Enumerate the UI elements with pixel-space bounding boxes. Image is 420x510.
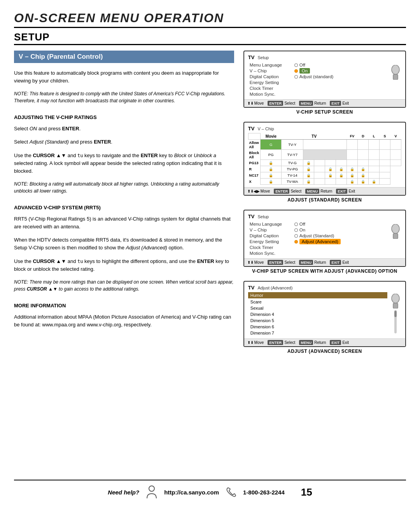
more-info-p1: Additional information about MPAA (Motio…: [14, 313, 234, 329]
adv-item-dim7: Dimension 7: [248, 330, 387, 336]
note1: NOTE: This feature is designed to comply…: [14, 90, 234, 104]
footer-select-2: Select: [290, 189, 301, 193]
footer-enter-btn-2: ENTER: [274, 189, 289, 194]
footer-move-4: Move: [254, 340, 264, 345]
adjust-standard-caption: ADJUST (STANDARD) SCREEN: [243, 197, 406, 203]
svg-rect-3: [393, 233, 398, 239]
vchip-advanced-panel: TV Setup Menu Language Off: [243, 210, 406, 267]
svg-point-2: [392, 224, 399, 233]
vchip-advanced-caption: V-CHIP SETUP SCREEN WITH ADJUST (ADVANCE…: [243, 268, 406, 274]
footer-exit-label-1: Exit: [342, 101, 349, 105]
note3: NOTE: There may be more ratings than can…: [14, 279, 234, 293]
setup-icon-3: [390, 224, 401, 239]
tv-brand-4: TV: [248, 285, 255, 291]
footer-arrow-1: ⬆⬇: [247, 101, 254, 105]
footer-exit-label-2: Exit: [348, 189, 355, 193]
body-intro: Use this feature to automatically block …: [14, 69, 234, 85]
phone-number: 1-800-263-2244: [243, 489, 285, 496]
tv-screen-label-3: Setup: [257, 214, 269, 219]
vchip-setup-panel: TV Setup Menu Language Off: [243, 51, 406, 108]
website-url: http://ca.sanyo.com: [164, 489, 219, 496]
tv-screen-label-1: Setup: [257, 55, 269, 60]
footer-exit-btn-1: EXIT: [330, 101, 341, 106]
footer-exit-label-3: Exit: [342, 260, 349, 265]
footer-menu-btn-1: MENU: [299, 101, 313, 106]
tv-brand-1: TV: [248, 54, 255, 60]
footer-exit-label-4: Exit: [342, 340, 349, 345]
advanced-p3: Use the CURSOR ▲▼ and tu keys to highlig…: [14, 258, 234, 273]
footer-select-4: Select: [284, 340, 295, 345]
adjust-advanced-panel: TV Adjust (Advanced) Humor Scare Sexual …: [243, 281, 406, 347]
adjust-advanced-caption: ADJUST (ADVANCED) SCREEN: [243, 349, 406, 354]
svg-point-0: [392, 65, 399, 74]
person-icon: [146, 485, 157, 499]
page-number: 15: [301, 486, 312, 498]
adjust-standard-panel: TV V – Chip Movie TV FV: [243, 122, 406, 196]
footer-arrow-3: ⬆⬇: [247, 260, 254, 265]
svg-point-4: [392, 294, 399, 303]
footer-return-2: Return: [320, 189, 332, 193]
advanced-p2: When the HDTV detects compatible RRT5 da…: [14, 236, 234, 252]
adjusting-p1: Select ON and press ENTER.: [14, 125, 234, 133]
adv-item-scare: Scare: [248, 299, 387, 305]
footer-select-3: Select: [284, 260, 295, 265]
svg-point-6: [149, 486, 154, 491]
adjusting-p3: Use the CURSOR ▲▼ and tu keys to navigat…: [14, 152, 234, 175]
chip-heading: V – Chip (Parental Control): [14, 51, 234, 63]
footer-move-3: Move: [254, 260, 264, 265]
tv-screen-label-2: V – Chip: [257, 126, 274, 131]
svg-rect-5: [393, 303, 398, 308]
footer-menu-btn-3: MENU: [299, 260, 313, 265]
tv-screen-label-4: Adjust (Advanced): [257, 286, 292, 290]
adv-item-dim5: Dimension 5: [248, 317, 387, 324]
footer-return-1: Return: [314, 101, 326, 105]
section-title: SETUP: [14, 31, 406, 45]
need-help-label: Need help?: [108, 489, 139, 496]
adjusting-heading: ADJUSTING THE V-CHIP RATINGS: [14, 114, 234, 120]
footer-arrow-2: ⬆⬇◀▶: [247, 189, 260, 193]
footer-menu-btn-2: MENU: [305, 189, 319, 194]
footer-enter-btn-4: ENTER: [268, 340, 283, 345]
footer-select-1: Select: [284, 101, 295, 105]
phone-icon: [226, 487, 236, 497]
footer-arrow-4: ⬆⬇: [247, 340, 254, 345]
adv-item-humor: Humor: [248, 292, 387, 298]
footer-menu-btn-4: MENU: [299, 340, 313, 345]
adv-item-dim6: Dimension 6: [248, 324, 387, 330]
footer-exit-btn-3: EXIT: [330, 260, 341, 265]
footer-move-1: Move: [254, 101, 264, 105]
footer-move-2: Move: [261, 189, 270, 193]
main-title: ON-SCREEN MENU OPERATION: [14, 11, 406, 28]
adv-item-sexual: Sexual: [248, 305, 387, 311]
tv-brand-3: TV: [248, 214, 255, 219]
note2: NOTE: Blocking a rating will automatical…: [14, 181, 234, 195]
more-info-heading: MORE INFORMATION: [14, 303, 234, 308]
footer-return-3: Return: [314, 260, 326, 265]
footer-return-4: Return: [314, 340, 326, 345]
footer-enter-btn-3: ENTER: [268, 260, 283, 265]
tv-brand-2: TV: [248, 126, 255, 131]
setup-icon-1: [390, 65, 401, 80]
adjusting-p2: Select Adjust (Standard) and press ENTER…: [14, 138, 234, 146]
adv-item-dim4: Dimension 4: [248, 311, 387, 317]
advanced-heading: ADVANCED V-CHIP SYSTEM (RRT5): [14, 205, 234, 210]
setup-icon-4: [390, 294, 401, 308]
vchip-setup-caption: V-CHIP SETUP SCREEN: [243, 109, 406, 115]
svg-rect-1: [393, 74, 398, 80]
footer-exit-btn-2: EXIT: [336, 189, 347, 194]
footer-exit-btn-4: EXIT: [330, 340, 341, 345]
advanced-p1: RRT5 (V-Chip Regional Ratings 5) is an a…: [14, 215, 234, 231]
footer-enter-btn-1: ENTER: [268, 101, 283, 106]
